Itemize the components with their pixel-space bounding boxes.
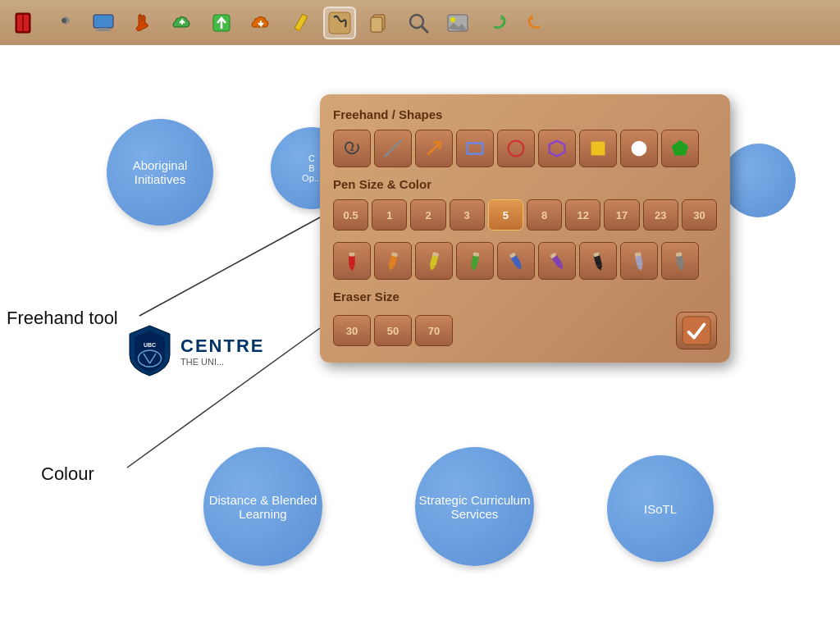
label-colour: Colour	[41, 463, 94, 485]
light-pen-btn[interactable]	[620, 242, 658, 280]
svg-rect-30	[591, 142, 605, 156]
svg-line-18	[139, 217, 320, 316]
main-canvas: Aboriginal Initiatives CBOp... UBC CENTR…	[0, 45, 840, 630]
pen-size-2-btn[interactable]: 2	[410, 199, 445, 231]
pen-size-1-btn[interactable]: 1	[372, 199, 407, 231]
cloud-up-icon[interactable]	[166, 7, 199, 39]
red-pen-btn[interactable]	[333, 242, 371, 280]
svg-line-26	[428, 143, 441, 155]
grey-pen-btn[interactable]	[661, 242, 699, 280]
eraser-size-30-btn[interactable]: 30	[333, 315, 371, 346]
ubc-logo: UBC CENTRE THE UNI...	[127, 324, 264, 377]
purple-pen-btn[interactable]	[538, 242, 576, 280]
svg-marker-32	[672, 140, 689, 156]
svg-rect-13	[371, 17, 382, 32]
arrow-tool-btn[interactable]	[415, 130, 453, 167]
pen-size-3-btn[interactable]: 3	[450, 199, 485, 231]
svg-line-25	[386, 141, 401, 157]
svg-marker-29	[550, 141, 565, 157]
undo-icon[interactable]	[520, 7, 553, 39]
settings-icon[interactable]	[48, 7, 80, 39]
svg-rect-4	[94, 15, 113, 28]
svg-point-31	[632, 141, 647, 157]
ubc-subtext: THE UNI...	[180, 357, 264, 367]
eraser-row: 305070	[333, 312, 717, 349]
svg-point-3	[62, 18, 66, 23]
shapes-row	[333, 130, 717, 167]
pen-size-23-btn[interactable]: 23	[643, 199, 678, 231]
svg-marker-55	[637, 266, 643, 272]
svg-rect-60	[682, 317, 710, 345]
freehand-panel: Freehand / Shapes	[320, 94, 730, 363]
pen-size-12-btn[interactable]: 12	[565, 199, 600, 231]
polygon-tool-btn[interactable]	[538, 130, 576, 167]
line-tool-btn[interactable]	[374, 130, 412, 167]
spiral-tool-btn[interactable]	[333, 130, 371, 167]
svg-marker-24	[349, 148, 354, 151]
yellow-square-btn[interactable]	[579, 130, 617, 167]
done-button[interactable]	[676, 312, 717, 349]
pen-size-0.5-btn[interactable]: 0.5	[333, 199, 368, 231]
circle-distance[interactable]: Distance & Blended Learning	[203, 447, 322, 566]
pen-size-17-btn[interactable]: 17	[604, 199, 639, 231]
pen-size-30-btn[interactable]: 30	[682, 199, 717, 231]
circle-strategic[interactable]: Strategic Curriculum Services	[415, 447, 534, 566]
circle-partial	[722, 144, 796, 217]
export-icon[interactable]	[205, 7, 238, 39]
rect-tool-btn[interactable]	[456, 130, 494, 167]
eraser-sizes-container: 305070	[333, 315, 453, 346]
svg-marker-43	[470, 266, 477, 272]
svg-marker-34	[349, 267, 354, 272]
svg-text:UBC: UBC	[144, 342, 156, 348]
pen-colors-row	[333, 242, 717, 280]
green-pentagon-btn[interactable]	[661, 130, 699, 167]
pen-sizes-row: 0.51235812172330	[333, 199, 717, 231]
svg-line-15	[422, 26, 427, 32]
dark-pen-btn[interactable]	[579, 242, 617, 280]
redo-icon[interactable]	[481, 7, 514, 39]
eraser-size-70-btn[interactable]: 70	[415, 315, 453, 346]
stop-icon[interactable]	[126, 7, 159, 39]
circle-isotl[interactable]: ISoTL	[607, 455, 714, 562]
svg-rect-27	[468, 143, 483, 153]
pen-size-5-btn[interactable]: 5	[488, 199, 523, 231]
eraser-size-50-btn[interactable]: 50	[374, 315, 412, 346]
book-icon[interactable]	[8, 7, 41, 39]
svg-marker-58	[678, 266, 684, 272]
panel-pen-title: Pen Size & Color	[333, 177, 717, 191]
magnify-icon[interactable]	[402, 7, 435, 39]
blue-pen-btn[interactable]	[497, 242, 535, 280]
copy-icon[interactable]	[363, 7, 395, 39]
label-freehand-tool: Freehand tool	[7, 308, 118, 329]
panel-eraser-title: Eraser Size	[333, 290, 717, 304]
white-circle-btn[interactable]	[620, 130, 658, 167]
green-pen-btn[interactable]	[456, 242, 494, 280]
pen-size-8-btn[interactable]: 8	[527, 199, 562, 231]
image-icon[interactable]	[441, 7, 474, 39]
pencil-icon[interactable]	[284, 7, 317, 39]
yellow-pen-btn[interactable]	[415, 242, 453, 280]
cloud-down-icon[interactable]	[244, 7, 277, 39]
orange-pen-btn[interactable]	[374, 242, 412, 280]
toolbar	[0, 0, 840, 45]
svg-point-28	[509, 141, 524, 157]
svg-point-17	[450, 17, 455, 22]
svg-rect-11	[329, 12, 350, 34]
ubc-shield-icon: UBC	[127, 324, 172, 377]
circle-aboriginal[interactable]: Aboriginal Initiatives	[107, 119, 213, 226]
freehand-active-icon[interactable]	[323, 7, 356, 39]
panel-shapes-title: Freehand / Shapes	[333, 107, 717, 121]
circle-tool-btn[interactable]	[497, 130, 535, 167]
ubc-name: CENTRE	[180, 336, 264, 357]
svg-rect-9	[294, 13, 308, 30]
svg-rect-35	[349, 253, 354, 257]
screen-icon[interactable]	[87, 7, 120, 39]
